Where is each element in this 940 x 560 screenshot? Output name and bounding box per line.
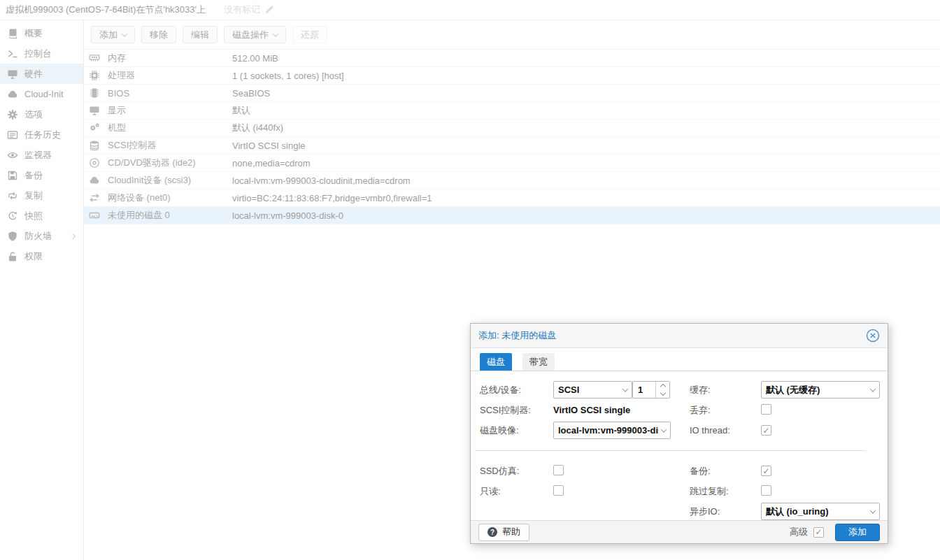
readonly-label: 只读: bbox=[480, 485, 553, 498]
advanced-checkbox[interactable] bbox=[813, 527, 824, 538]
skip-replication-checkbox[interactable] bbox=[761, 485, 771, 496]
backup-label: 备份: bbox=[690, 465, 761, 478]
io-thread-checkbox[interactable] bbox=[761, 425, 771, 436]
question-icon: ? bbox=[487, 527, 497, 537]
tab-bandwidth[interactable]: 带宽 bbox=[522, 353, 555, 371]
ssd-emulation-checkbox[interactable] bbox=[553, 465, 564, 475]
async-io-select[interactable]: 默认 (io_uring) bbox=[761, 503, 880, 520]
cache-value: 默认 (无缓存) bbox=[766, 384, 868, 396]
skip-replication-label: 跳过复制: bbox=[690, 485, 761, 498]
dialog-form: 总线/设备: SCSI 1 缓存: 默认 (无缓存) SCSI控制器: Virt… bbox=[471, 371, 888, 522]
dialog-header[interactable]: 添加: 未使用的磁盘 bbox=[471, 324, 888, 348]
spinner-buttons[interactable] bbox=[655, 382, 669, 398]
chevron-up-icon bbox=[660, 384, 665, 389]
io-thread-label: IO thread: bbox=[690, 425, 761, 436]
scsi-controller-label: SCSI控制器: bbox=[480, 404, 553, 417]
help-button[interactable]: ? 帮助 bbox=[478, 524, 529, 541]
chevron-down-icon bbox=[622, 386, 628, 392]
tab-disk[interactable]: 磁盘 bbox=[480, 353, 512, 371]
backup-checkbox[interactable] bbox=[761, 466, 771, 476]
disk-image-value: local-lvm:vm-999003-disk-0 bbox=[558, 425, 659, 436]
dialog-add-button[interactable]: 添加 bbox=[835, 524, 880, 541]
bus-device-label: 总线/设备: bbox=[480, 384, 553, 396]
help-button-label: 帮助 bbox=[502, 526, 520, 538]
disk-image-select[interactable]: local-lvm:vm-999003-disk-0 bbox=[553, 422, 671, 439]
dialog-footer: ? 帮助 高级 添加 bbox=[471, 520, 888, 543]
chevron-down-icon bbox=[661, 426, 667, 432]
discard-label: 丢弃: bbox=[690, 404, 761, 417]
chevron-down-icon bbox=[870, 386, 876, 392]
pve-app: 虚拟机999003 (CentOS-7-64Bit)在节点'hk3033'上 没… bbox=[0, 0, 940, 560]
readonly-checkbox[interactable] bbox=[553, 485, 564, 496]
bus-number-value: 1 bbox=[638, 385, 643, 395]
add-unused-disk-dialog: 添加: 未使用的磁盘 磁盘 带宽 总线/设备: SCSI 1 缓存: 默认 (无… bbox=[470, 323, 888, 544]
bus-number-spinner[interactable]: 1 bbox=[632, 381, 670, 399]
scsi-controller-value: VirtIO SCSI single bbox=[553, 405, 690, 415]
dialog-tab-bar: 磁盘 带宽 bbox=[471, 348, 888, 371]
chevron-down-icon bbox=[870, 508, 876, 513]
close-icon[interactable] bbox=[866, 329, 880, 343]
chevron-down-icon bbox=[660, 390, 665, 396]
advanced-separator bbox=[476, 450, 867, 451]
advanced-label: 高级 bbox=[790, 526, 808, 538]
cache-label: 缓存: bbox=[690, 384, 761, 396]
dialog-title: 添加: 未使用的磁盘 bbox=[478, 329, 556, 342]
disk-image-label: 磁盘映像: bbox=[480, 424, 553, 437]
discard-checkbox[interactable] bbox=[761, 404, 771, 415]
bus-type-select[interactable]: SCSI bbox=[553, 381, 632, 399]
bus-type-value: SCSI bbox=[558, 385, 620, 395]
ssd-emulation-label: SSD仿真: bbox=[480, 465, 553, 478]
async-io-value: 默认 (io_uring) bbox=[766, 505, 868, 518]
async-io-label: 异步IO: bbox=[690, 505, 761, 518]
cache-select[interactable]: 默认 (无缓存) bbox=[761, 381, 880, 399]
